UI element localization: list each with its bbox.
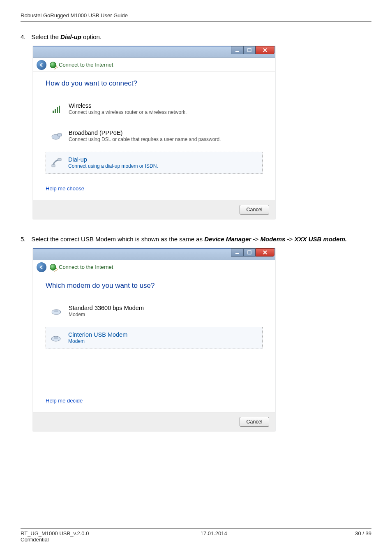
step-5-arrow1: ->: [251, 236, 260, 243]
svg-rect-13: [54, 310, 58, 312]
option-sub: Connect using a wireless router or a wir…: [69, 109, 258, 115]
option-title: Broadband (PPPoE): [69, 130, 258, 136]
dialog-footer: Cancel: [33, 200, 275, 219]
svg-rect-15: [54, 337, 58, 339]
svg-rect-7: [58, 134, 62, 136]
option-sub: Modem: [69, 312, 258, 317]
minimize-icon: [235, 48, 239, 52]
option-sub: Connect using a dial-up modem or ISDN.: [68, 163, 258, 169]
svg-rect-5: [59, 106, 60, 113]
svg-rect-0: [235, 51, 239, 52]
window-controls: [231, 46, 274, 54]
wireless-icon: [51, 102, 64, 116]
maximize-icon: [247, 250, 251, 254]
step-5-b1: Device Manager: [204, 236, 251, 243]
svg-rect-10: [235, 253, 239, 254]
svg-rect-3: [55, 109, 56, 113]
breadcrumb-label: Connect to the Internet: [59, 62, 113, 68]
step-5-b2: Modems: [261, 236, 286, 243]
connect-dialog-1: Connect to the Internet How do you want …: [33, 46, 275, 219]
svg-rect-9: [58, 158, 61, 161]
step-4-number: 4.: [21, 33, 30, 40]
option-dialup[interactable]: Dial-up Connect using a dial-up modem or…: [46, 152, 263, 174]
svg-rect-4: [57, 107, 58, 113]
help-me-decide-link[interactable]: Help me decide: [46, 398, 83, 404]
step-5-prefix: Select the correct USB Modem which is sh…: [31, 236, 204, 243]
breadcrumb: Connect to the Internet: [33, 58, 275, 72]
step-4-suffix: option.: [81, 33, 101, 40]
minimize-button[interactable]: [231, 248, 243, 257]
svg-rect-11: [248, 251, 251, 254]
connect-dialog-2: Connect to the Internet Which modem do y…: [33, 248, 275, 431]
cancel-button[interactable]: Cancel: [240, 205, 269, 215]
close-button[interactable]: [256, 248, 274, 257]
step-5-line: 5. Select the correct USB Modem which is…: [21, 236, 371, 243]
dialog-heading: How do you want to connect?: [46, 79, 263, 88]
option-broadband[interactable]: Broadband (PPPoE) Connect using DSL or c…: [46, 125, 263, 148]
modem-icon: [50, 331, 63, 345]
dialog-heading: Which modem do you want to use?: [46, 282, 263, 290]
footer-version: RT_UG_M1000 USB_v.2.0.0: [21, 530, 89, 536]
broadband-icon: [51, 130, 64, 143]
option-title: Cinterion USB Modem: [68, 331, 258, 338]
back-button[interactable]: [37, 60, 46, 70]
footer-confidential: Confidential: [21, 536, 89, 543]
cancel-button[interactable]: Cancel: [240, 417, 269, 427]
dialog-footer: Cancel: [33, 412, 275, 431]
step-4-line: 4. Select the Dial-up option.: [21, 33, 371, 40]
titlebar: [33, 249, 275, 260]
step-5-arrow2: ->: [285, 236, 294, 243]
window-controls: [231, 249, 274, 257]
modem-icon: [51, 305, 64, 318]
option-title: Standard 33600 bps Modem: [69, 305, 258, 311]
maximize-button[interactable]: [243, 248, 256, 257]
breadcrumb-label: Connect to the Internet: [59, 264, 113, 270]
breadcrumb: Connect to the Internet: [33, 260, 275, 274]
globe-icon: [50, 62, 56, 68]
page-header: Robustel GoRugged M1000 USB User Guide: [21, 12, 371, 22]
svg-rect-2: [53, 111, 54, 113]
page-footer: RT_UG_M1000 USB_v.2.0.0 Confidential 17.…: [21, 528, 371, 543]
dialup-icon: [50, 156, 63, 169]
minimize-button[interactable]: [231, 46, 243, 54]
maximize-button[interactable]: [243, 46, 256, 54]
close-icon: [263, 250, 267, 255]
footer-date: 17.01.2014: [89, 530, 339, 543]
maximize-icon: [247, 48, 251, 52]
titlebar: [33, 46, 275, 58]
step-5-b3: XXX USB modem.: [294, 236, 347, 243]
step-4-prefix: Select the: [31, 33, 60, 40]
back-button[interactable]: [37, 262, 46, 272]
option-title: Wireless: [69, 102, 258, 109]
back-arrow-icon: [39, 265, 44, 270]
step-5-number: 5.: [21, 236, 30, 243]
close-button[interactable]: [256, 46, 274, 54]
option-title: Dial-up: [68, 156, 258, 163]
svg-rect-8: [52, 164, 55, 167]
help-me-choose-link[interactable]: Help me choose: [46, 185, 84, 192]
dialog-body: Which modem do you want to use? Standard…: [33, 274, 275, 412]
close-icon: [263, 48, 267, 53]
globe-icon: [50, 264, 56, 271]
option-sub: Modem: [68, 338, 258, 344]
footer-page: 30 / 39: [339, 530, 371, 543]
step-4-bold: Dial-up: [60, 33, 81, 40]
minimize-icon: [235, 250, 239, 254]
dialog-body: How do you want to connect? Wireless Con…: [33, 72, 275, 200]
option-cinterion-modem[interactable]: Cinterion USB Modem Modem: [46, 327, 263, 349]
option-sub: Connect using DSL or cable that requires…: [69, 136, 258, 142]
option-standard-modem[interactable]: Standard 33600 bps Modem Modem: [46, 300, 263, 323]
option-wireless[interactable]: Wireless Connect using a wireless router…: [46, 97, 263, 120]
svg-rect-1: [248, 49, 251, 52]
back-arrow-icon: [39, 62, 44, 67]
